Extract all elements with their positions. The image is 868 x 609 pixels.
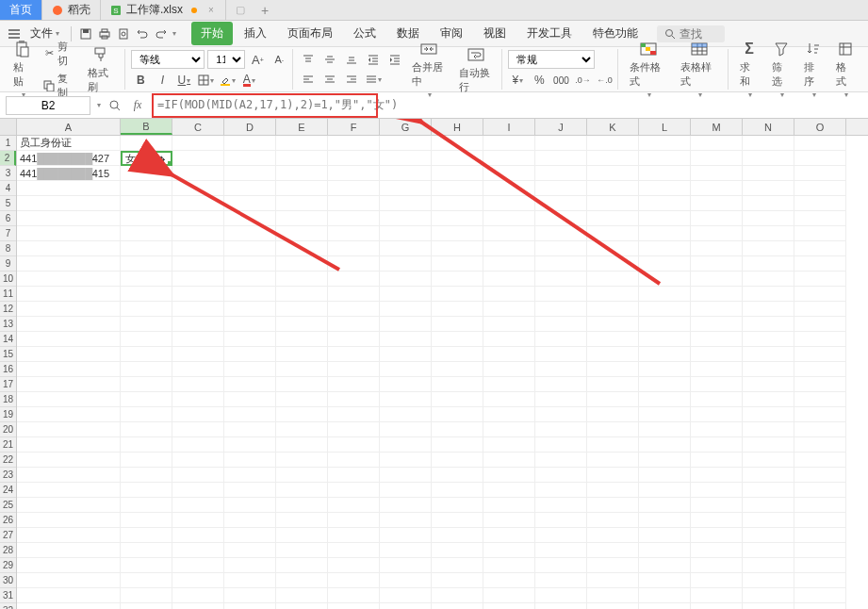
cell[interactable]	[224, 437, 276, 453]
cell[interactable]	[121, 362, 172, 377]
add-tab-button[interactable]: +	[254, 0, 275, 20]
col-header-K[interactable]: K	[587, 119, 639, 135]
cell[interactable]	[328, 513, 380, 528]
cell[interactable]	[121, 407, 172, 422]
cell[interactable]	[691, 226, 743, 241]
cell[interactable]	[380, 151, 432, 166]
cell[interactable]	[691, 272, 743, 287]
save-icon[interactable]	[77, 25, 94, 42]
cell[interactable]	[639, 528, 691, 543]
cell[interactable]	[172, 317, 224, 332]
align-middle-button[interactable]	[320, 51, 339, 68]
cell[interactable]	[587, 392, 639, 407]
cell[interactable]	[17, 332, 121, 347]
cell[interactable]	[328, 196, 380, 211]
cell[interactable]	[639, 437, 691, 453]
cell[interactable]	[328, 287, 380, 302]
zoom-formula-icon[interactable]	[106, 97, 123, 114]
cell[interactable]	[224, 513, 276, 528]
cell[interactable]	[794, 347, 846, 362]
row-header[interactable]: 8	[0, 241, 16, 256]
cell[interactable]	[380, 332, 432, 347]
cell[interactable]	[328, 558, 380, 573]
cell[interactable]	[794, 558, 846, 573]
cell[interactable]	[794, 513, 846, 528]
cell[interactable]	[639, 241, 691, 256]
align-center-button[interactable]	[320, 71, 339, 88]
cell[interactable]	[121, 392, 172, 407]
cell[interactable]	[224, 151, 276, 166]
cell[interactable]	[432, 588, 483, 603]
cell[interactable]	[17, 528, 121, 543]
cell[interactable]	[121, 588, 172, 603]
cell[interactable]	[587, 332, 639, 347]
cell[interactable]	[224, 453, 276, 468]
redo-icon[interactable]	[153, 25, 170, 42]
cell[interactable]	[483, 302, 535, 317]
cell[interactable]	[483, 437, 535, 453]
cell[interactable]	[224, 422, 276, 437]
cell[interactable]	[328, 136, 380, 151]
cell[interactable]	[380, 226, 432, 241]
cell[interactable]	[17, 196, 121, 211]
row-header[interactable]: 22	[0, 453, 16, 468]
close-icon[interactable]: ×	[206, 6, 216, 15]
cell[interactable]	[535, 287, 587, 302]
cell[interactable]	[380, 136, 432, 151]
cell[interactable]	[691, 528, 743, 543]
cell[interactable]	[224, 241, 276, 256]
cell[interactable]	[535, 483, 587, 498]
fill-handle[interactable]	[168, 161, 172, 166]
justify-button[interactable]: ▾	[364, 71, 383, 88]
cell[interactable]	[794, 392, 846, 407]
cell[interactable]	[794, 483, 846, 498]
cell[interactable]	[535, 347, 587, 362]
cell[interactable]	[535, 317, 587, 332]
cell[interactable]	[691, 347, 743, 362]
cell[interactable]	[328, 392, 380, 407]
cell[interactable]	[224, 332, 276, 347]
cell[interactable]	[794, 151, 846, 166]
cell[interactable]	[17, 181, 121, 196]
cell[interactable]	[691, 287, 743, 302]
cell[interactable]	[276, 287, 328, 302]
cell[interactable]	[380, 392, 432, 407]
cell[interactable]	[743, 211, 794, 226]
cell[interactable]	[639, 407, 691, 422]
cell[interactable]	[639, 453, 691, 468]
cell[interactable]	[17, 317, 121, 332]
cell[interactable]	[17, 211, 121, 226]
cell[interactable]	[276, 332, 328, 347]
cell[interactable]	[794, 528, 846, 543]
cell[interactable]	[224, 588, 276, 603]
cell[interactable]	[121, 256, 172, 272]
cell[interactable]	[639, 317, 691, 332]
cell[interactable]	[276, 166, 328, 181]
cell[interactable]	[794, 241, 846, 256]
cell[interactable]	[691, 362, 743, 377]
cell[interactable]	[639, 362, 691, 377]
fx-icon[interactable]: fx	[129, 97, 146, 114]
cell[interactable]	[380, 498, 432, 513]
cell[interactable]	[276, 573, 328, 588]
cell[interactable]	[17, 302, 121, 317]
row-header[interactable]: 32	[0, 603, 16, 609]
cell[interactable]	[17, 256, 121, 272]
col-header-C[interactable]: C	[172, 119, 224, 135]
cell[interactable]	[224, 377, 276, 392]
cell[interactable]	[743, 241, 794, 256]
cell[interactable]	[639, 558, 691, 573]
menu-page-layout[interactable]: 页面布局	[278, 22, 342, 45]
cell[interactable]	[432, 256, 483, 272]
cell[interactable]	[172, 407, 224, 422]
cell[interactable]	[224, 166, 276, 181]
cell[interactable]	[743, 226, 794, 241]
cell[interactable]	[639, 513, 691, 528]
cell[interactable]	[691, 241, 743, 256]
cell[interactable]	[743, 151, 794, 166]
menu-insert[interactable]: 插入	[235, 22, 276, 45]
cell[interactable]	[172, 256, 224, 272]
cell[interactable]	[587, 362, 639, 377]
cell[interactable]	[172, 588, 224, 603]
cell[interactable]	[172, 573, 224, 588]
